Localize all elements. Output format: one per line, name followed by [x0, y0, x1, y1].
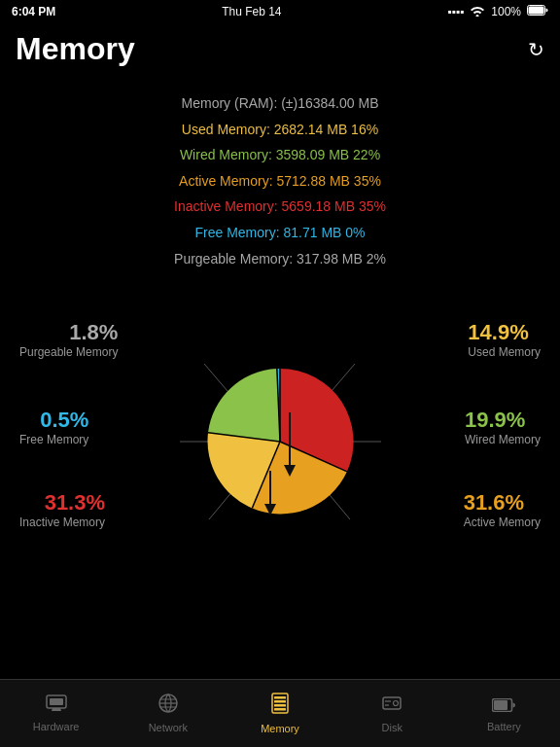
- label-used: 14.9% Used Memory: [468, 320, 541, 359]
- status-bar: 6:04 PM Thu Feb 14 ▪▪▪▪ 100%: [0, 0, 560, 23]
- disk-icon: [382, 694, 402, 718]
- bottom-nav: Hardware Network Memory: [0, 679, 560, 747]
- pie-chart: [202, 364, 358, 519]
- nav-memory[interactable]: Memory: [224, 693, 335, 734]
- svg-point-27: [394, 701, 399, 706]
- svg-rect-1: [528, 7, 543, 15]
- label-active: 31.6% Active Memory: [464, 490, 541, 529]
- nav-battery-label: Battery: [487, 721, 521, 732]
- label-purgeable: 1.8% Purgeable Memory: [19, 320, 118, 359]
- page-title: Memory: [16, 31, 135, 67]
- memory-icon: [271, 693, 289, 719]
- network-icon: [158, 694, 178, 718]
- label-inactive: 31.3% Inactive Memory: [19, 490, 105, 529]
- status-date: Thu Feb 14: [222, 5, 281, 18]
- svg-rect-25: [274, 708, 286, 711]
- stats-section: Memory (RAM): (±)16384.00 MB Used Memory…: [0, 71, 560, 291]
- battery-nav-icon: [492, 694, 515, 717]
- stat-inactive: Inactive Memory: 5659.18 MB 35%: [39, 194, 521, 220]
- wifi-icon: [470, 5, 485, 19]
- battery-icon: [527, 5, 548, 18]
- label-wired: 19.9% Wired Memory: [465, 408, 541, 446]
- stat-used: Used Memory: 2682.14 MB 16%: [39, 117, 521, 143]
- hardware-icon: [46, 694, 67, 717]
- nav-hardware[interactable]: Hardware: [0, 694, 112, 732]
- svg-rect-23: [274, 700, 286, 703]
- status-right: ▪▪▪▪ 100%: [447, 5, 548, 19]
- nav-battery[interactable]: Battery: [448, 694, 560, 732]
- nav-network[interactable]: Network: [112, 694, 224, 733]
- svg-rect-22: [274, 696, 286, 699]
- stat-free: Free Memory: 81.71 MB 0%: [39, 220, 521, 246]
- refresh-button[interactable]: ↻: [528, 38, 544, 61]
- signal-icon: ▪▪▪▪: [447, 5, 464, 18]
- label-free: 0.5% Free Memory: [19, 408, 88, 446]
- nav-disk[interactable]: Disk: [336, 694, 448, 733]
- battery-status: 100%: [491, 5, 521, 18]
- svg-rect-24: [274, 704, 286, 707]
- stat-ram: Memory (RAM): (±)16384.00 MB: [39, 90, 521, 117]
- nav-network-label: Network: [149, 722, 188, 733]
- nav-hardware-label: Hardware: [33, 721, 80, 732]
- chart-section: 1.8% Purgeable Memory 14.9% Used Memory …: [0, 301, 560, 583]
- stat-wired: Wired Memory: 3598.09 MB 22%: [39, 142, 521, 168]
- stat-active: Active Memory: 5712.88 MB 35%: [39, 168, 521, 195]
- nav-disk-label: Disk: [382, 722, 402, 733]
- status-time: 6:04 PM: [12, 5, 55, 18]
- stat-purgeable: Purgeable Memory: 317.98 MB 2%: [39, 246, 521, 272]
- nav-memory-label: Memory: [261, 723, 299, 734]
- svg-rect-31: [494, 700, 508, 710]
- header: Memory ↻: [0, 23, 560, 71]
- svg-rect-16: [50, 698, 63, 705]
